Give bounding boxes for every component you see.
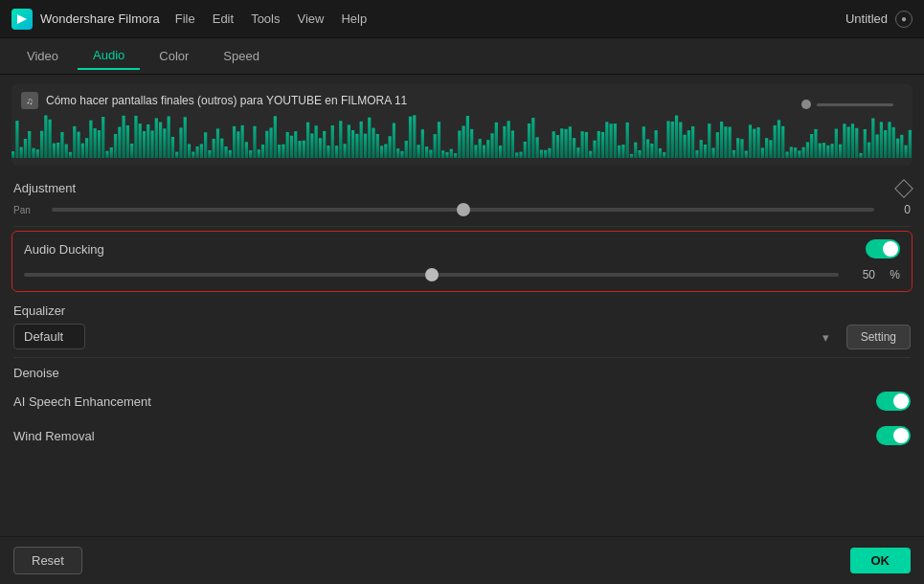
ducking-header: Audio Ducking bbox=[24, 239, 900, 258]
menu-edit[interactable]: Edit bbox=[213, 11, 234, 26]
ai-speech-toggle-thumb bbox=[893, 393, 909, 409]
svg-rect-189 bbox=[781, 126, 784, 158]
svg-rect-184 bbox=[761, 147, 764, 158]
svg-rect-153 bbox=[634, 143, 637, 158]
svg-rect-121 bbox=[503, 126, 506, 158]
svg-rect-169 bbox=[700, 140, 703, 158]
waveform-title: Cómo hacer pantallas finales (outros) pa… bbox=[46, 94, 407, 107]
ducking-slider[interactable] bbox=[24, 273, 839, 277]
svg-rect-25 bbox=[110, 147, 113, 158]
svg-rect-84 bbox=[351, 130, 354, 158]
svg-rect-5 bbox=[28, 131, 31, 158]
svg-rect-203 bbox=[839, 145, 842, 158]
svg-rect-28 bbox=[122, 116, 124, 158]
svg-rect-81 bbox=[339, 121, 342, 158]
svg-rect-19 bbox=[85, 138, 88, 158]
svg-rect-11 bbox=[53, 144, 56, 158]
svg-rect-130 bbox=[540, 150, 543, 158]
svg-rect-117 bbox=[486, 140, 489, 158]
svg-rect-109 bbox=[454, 153, 457, 158]
svg-rect-50 bbox=[213, 139, 215, 158]
svg-rect-53 bbox=[224, 146, 227, 158]
svg-rect-217 bbox=[896, 139, 899, 158]
svg-rect-134 bbox=[556, 135, 559, 158]
svg-rect-137 bbox=[569, 126, 572, 158]
svg-rect-196 bbox=[810, 134, 813, 158]
reset-button[interactable]: Reset bbox=[13, 547, 82, 574]
svg-rect-219 bbox=[904, 146, 907, 158]
tab-color[interactable]: Color bbox=[144, 43, 204, 69]
equalizer-select-wrapper: Default Classical Pop Rock Jazz Dance bbox=[13, 324, 839, 349]
svg-rect-185 bbox=[765, 138, 768, 158]
svg-rect-90 bbox=[376, 134, 379, 158]
ai-speech-label: AI Speech Enhancement bbox=[13, 394, 151, 409]
menu-view[interactable]: View bbox=[297, 11, 324, 26]
pan-slider-container bbox=[52, 201, 874, 218]
svg-rect-128 bbox=[531, 118, 534, 158]
svg-rect-119 bbox=[495, 123, 498, 158]
tab-bar: Video Audio Color Speed bbox=[0, 38, 924, 75]
svg-rect-60 bbox=[253, 126, 256, 158]
equalizer-setting-button[interactable]: Setting bbox=[846, 325, 911, 349]
tab-speed[interactable]: Speed bbox=[208, 43, 275, 69]
svg-rect-139 bbox=[576, 147, 579, 158]
svg-rect-61 bbox=[258, 149, 260, 158]
svg-rect-167 bbox=[691, 126, 694, 158]
svg-rect-198 bbox=[819, 144, 822, 158]
svg-rect-100 bbox=[417, 145, 419, 158]
svg-rect-201 bbox=[830, 144, 833, 158]
ducking-toggle[interactable] bbox=[866, 239, 900, 258]
svg-rect-21 bbox=[94, 128, 97, 158]
svg-rect-43 bbox=[184, 117, 187, 158]
svg-rect-26 bbox=[114, 134, 117, 158]
svg-rect-180 bbox=[745, 150, 748, 158]
svg-rect-47 bbox=[200, 144, 203, 158]
wind-removal-toggle-thumb bbox=[893, 428, 909, 443]
svg-rect-183 bbox=[756, 127, 759, 158]
svg-rect-58 bbox=[245, 142, 248, 158]
wind-removal-toggle[interactable] bbox=[876, 426, 911, 445]
titlebar-left: Wondershare Filmora File Edit Tools View… bbox=[11, 9, 367, 30]
svg-rect-124 bbox=[515, 152, 518, 158]
menu-tools[interactable]: Tools bbox=[251, 11, 280, 26]
diamond-icon bbox=[894, 179, 913, 198]
svg-rect-31 bbox=[134, 116, 137, 158]
menu-help[interactable]: Help bbox=[341, 11, 367, 26]
equalizer-select[interactable]: Default Classical Pop Rock Jazz Dance bbox=[13, 324, 85, 349]
tab-audio[interactable]: Audio bbox=[78, 42, 140, 70]
svg-rect-173 bbox=[716, 132, 719, 158]
svg-rect-83 bbox=[348, 125, 350, 158]
tab-video[interactable]: Video bbox=[11, 43, 74, 69]
svg-rect-7 bbox=[36, 149, 39, 158]
svg-rect-209 bbox=[864, 129, 867, 158]
main-panel: ♫ Cómo hacer pantallas finales (outros) … bbox=[0, 75, 924, 584]
svg-rect-206 bbox=[851, 124, 854, 158]
menu-file[interactable]: File bbox=[175, 11, 195, 26]
ai-speech-toggle[interactable] bbox=[876, 392, 911, 411]
svg-rect-30 bbox=[130, 144, 133, 158]
svg-rect-13 bbox=[60, 132, 63, 158]
svg-rect-69 bbox=[290, 136, 293, 158]
svg-rect-197 bbox=[814, 129, 817, 158]
svg-rect-54 bbox=[229, 150, 232, 158]
svg-rect-165 bbox=[683, 135, 686, 158]
svg-rect-170 bbox=[704, 145, 707, 158]
svg-rect-127 bbox=[528, 124, 530, 158]
svg-rect-218 bbox=[900, 135, 903, 158]
equalizer-label: Equalizer bbox=[13, 303, 911, 318]
svg-rect-164 bbox=[679, 123, 682, 158]
svg-rect-207 bbox=[855, 128, 858, 158]
ok-button[interactable]: OK bbox=[850, 548, 912, 573]
pan-slider[interactable] bbox=[52, 208, 874, 212]
project-settings-icon[interactable]: ● bbox=[895, 11, 913, 28]
svg-rect-91 bbox=[380, 146, 383, 158]
svg-rect-115 bbox=[479, 139, 482, 158]
svg-rect-131 bbox=[544, 150, 547, 158]
svg-rect-186 bbox=[769, 140, 772, 158]
svg-rect-132 bbox=[548, 148, 551, 158]
svg-rect-122 bbox=[507, 121, 510, 158]
svg-rect-68 bbox=[286, 132, 289, 158]
svg-rect-145 bbox=[601, 132, 604, 158]
svg-rect-45 bbox=[192, 152, 194, 158]
ducking-value: 50 bbox=[848, 268, 875, 281]
